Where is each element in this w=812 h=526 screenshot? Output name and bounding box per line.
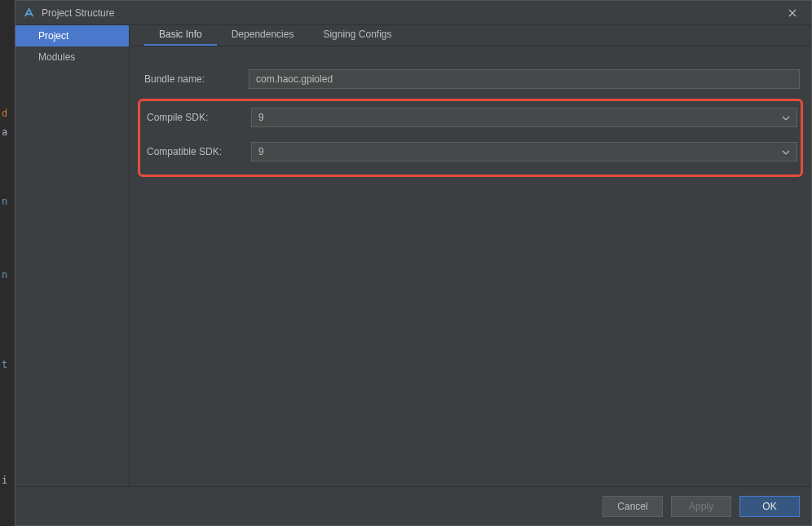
bundle-name-row: Bundle name: [144,68,800,91]
compile-sdk-label: Compile SDK: [147,112,251,123]
bg-code-token: a [2,126,7,138]
project-structure-dialog: Project Structure Project Modules Basic … [15,0,812,526]
tab-label: Basic Info [159,29,202,40]
chevron-down-icon [782,146,790,157]
bg-code-token: n [2,196,7,207]
compatible-sdk-label: Compatible SDK: [147,146,251,157]
basic-info-form: Bundle name: Compile SDK: 9 [130,46,811,185]
bundle-name-label: Bundle name: [144,73,249,85]
button-label: Apply [689,501,713,512]
bg-code-token: n [2,269,7,281]
sidebar-item-label: Project [38,30,68,42]
main-panel: Basic Info Dependencies Signing Configs … [130,25,811,486]
ok-button[interactable]: OK [739,496,800,517]
highlight-annotation: Compile SDK: 9 Compatible SDK: 9 [138,99,803,177]
dialog-body: Project Modules Basic Info Dependencies … [15,25,811,486]
apply-button[interactable]: Apply [671,496,731,517]
compatible-sdk-select[interactable]: 9 [251,142,797,161]
compile-sdk-row: Compile SDK: 9 [147,106,797,129]
compatible-sdk-value: 9 [258,146,264,157]
button-label: OK [762,501,776,512]
dialog-titlebar: Project Structure [15,1,811,25]
dialog-title: Project Structure [42,7,780,19]
tab-label: Signing Configs [323,29,391,40]
app-icon [22,7,35,20]
sidebar-item-label: Modules [38,51,75,63]
sidebar-item-project[interactable]: Project [15,25,129,46]
bg-code-token: i [2,475,7,486]
sidebar: Project Modules [15,25,130,486]
chevron-down-icon [782,112,790,123]
bg-code-token: t [2,359,7,370]
bg-code-token: d [2,108,7,119]
sidebar-item-modules[interactable]: Modules [15,46,129,68]
tab-dependencies[interactable]: Dependencies [217,24,309,46]
background-editor: d a n n t i [0,24,16,514]
tab-basic-info[interactable]: Basic Info [144,24,217,46]
bundle-name-input[interactable] [249,69,800,89]
tabbar: Basic Info Dependencies Signing Configs [130,25,811,46]
compatible-sdk-row: Compatible SDK: 9 [147,140,797,163]
compile-sdk-select[interactable]: 9 [251,108,797,127]
close-button[interactable] [780,1,805,25]
tab-label: Dependencies [232,29,294,40]
tab-signing-configs[interactable]: Signing Configs [308,24,406,46]
close-icon [788,8,797,18]
dialog-footer: Cancel Apply OK [15,486,811,525]
cancel-button[interactable]: Cancel [602,496,663,517]
button-label: Cancel [617,501,647,512]
compile-sdk-value: 9 [258,112,264,123]
